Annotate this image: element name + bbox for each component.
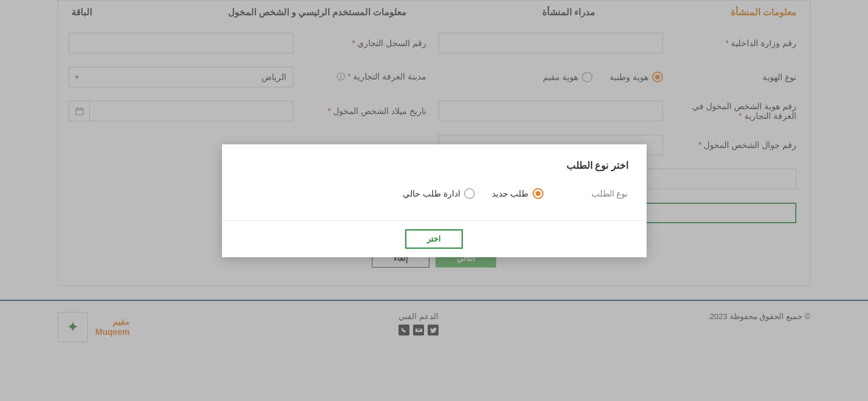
modal-radio-group: طلب جديد ادارة طلب حالي — [403, 188, 543, 199]
radio-dot-icon — [533, 188, 543, 199]
radio-manage-request[interactable]: ادارة طلب حالي — [403, 188, 475, 199]
modal-overlay: اختر نوع الطلب نوع الطلب طلب جديد ادارة … — [0, 0, 868, 353]
choose-button[interactable]: اختر — [405, 229, 463, 249]
radio-new-request[interactable]: طلب جديد — [492, 188, 543, 199]
modal-request-type: اختر نوع الطلب نوع الطلب طلب جديد ادارة … — [222, 144, 647, 257]
modal-label-request-type: نوع الطلب — [568, 189, 628, 198]
radio-dot-icon — [464, 188, 475, 199]
modal-title: اختر نوع الطلب — [240, 160, 628, 171]
